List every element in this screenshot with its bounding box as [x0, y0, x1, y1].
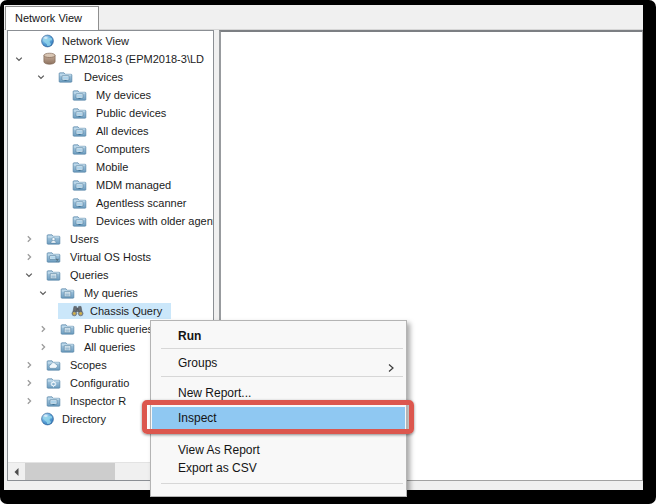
tree-item-label: Computers — [96, 140, 150, 158]
tree-item-virtual-os-hosts[interactable]: Virtual OS Hosts — [8, 248, 213, 266]
tree-item-label: Queries — [70, 266, 109, 284]
tree-item-label: My queries — [84, 284, 138, 302]
tree-item-label: Inspector R — [70, 392, 126, 410]
tree-item-label: All devices — [96, 122, 149, 140]
folder-devices-icon — [72, 178, 87, 192]
tree-item-label: Agentless scanner — [96, 194, 187, 212]
folder-devices-icon — [72, 160, 87, 174]
folder-devices-icon — [46, 394, 61, 408]
tree-item-label: Scopes — [70, 356, 107, 374]
tree-item-label: Devices — [84, 68, 123, 86]
scroll-left-arrow-icon[interactable] — [8, 463, 25, 480]
tree-item-mobile[interactable]: Mobile — [8, 158, 213, 176]
tree-item-my-devices[interactable]: My devices — [8, 86, 213, 104]
annotation-red-box — [142, 400, 414, 434]
submenu-arrow-icon — [388, 358, 394, 368]
chevron-collapsed-icon[interactable] — [24, 360, 34, 370]
menu-separator — [161, 348, 403, 349]
tree-item-label: MDM managed — [96, 176, 171, 194]
tree-item-computers[interactable]: Computers — [8, 140, 213, 158]
tree-item-label: Devices with older agent — [96, 212, 214, 230]
menu-item-label: New Report... — [178, 386, 251, 400]
tree-item-queries[interactable]: Queries — [8, 266, 213, 284]
screenshot-frame: Network View Network ViewEPM2018-3 (EPM2… — [0, 0, 656, 504]
tree-item-label: Directory — [62, 410, 106, 428]
chevron-collapsed-icon[interactable] — [38, 324, 48, 334]
binoculars-icon — [70, 304, 85, 318]
globe-icon — [40, 412, 55, 426]
tree-item-label: Mobile — [96, 158, 128, 176]
menu-item-groups[interactable]: Groups — [152, 352, 405, 374]
menu-item-label: Groups — [178, 356, 217, 370]
tree-item-label: My devices — [96, 86, 151, 104]
folder-query-icon — [46, 268, 61, 282]
tree-item-devices-with-older-agent[interactable]: Devices with older agent — [8, 212, 213, 230]
chevron-collapsed-icon[interactable] — [24, 234, 34, 244]
tree-item-label: Virtual OS Hosts — [70, 248, 151, 266]
tree-item-all-devices[interactable]: All devices — [8, 122, 213, 140]
menu-item-export-as-csv[interactable]: Export as CSV — [152, 457, 405, 479]
tree-item-label: EPM2018-3 (EPM2018-3\LD — [64, 50, 204, 68]
menu-separator — [161, 483, 403, 484]
chevron-collapsed-icon[interactable] — [24, 378, 34, 388]
chevron-expanded-icon[interactable] — [36, 72, 46, 82]
chevron-collapsed-icon[interactable] — [38, 342, 48, 352]
menu-item-label: View As Report — [178, 443, 260, 457]
tree-item-users[interactable]: Users — [8, 230, 213, 248]
tree-item-agentless-scanner[interactable]: Agentless scanner — [8, 194, 213, 212]
tree-item-chassis-query[interactable]: Chassis Query — [8, 302, 213, 320]
tree-item-label: Users — [70, 230, 99, 248]
tab-bar: Network View — [4, 5, 643, 30]
menu-item-label: Run — [178, 329, 201, 343]
folder-query-icon — [60, 322, 75, 336]
folder-devices-icon — [72, 106, 87, 120]
folder-query-icon — [60, 286, 75, 300]
folder-devices-icon — [72, 88, 87, 102]
folder-gear-icon — [46, 376, 61, 390]
tree-item-epm2018-3-epm2018-3-ld[interactable]: EPM2018-3 (EPM2018-3\LD — [8, 50, 213, 68]
folder-users-icon — [46, 232, 61, 246]
tree-item-network-view[interactable]: Network View — [8, 32, 213, 50]
folder-vm-icon — [46, 250, 61, 264]
tree-item-public-devices[interactable]: Public devices — [8, 104, 213, 122]
folder-devices-icon — [58, 70, 73, 84]
chevron-expanded-icon[interactable] — [24, 270, 34, 280]
database-icon — [42, 52, 57, 66]
menu-item-run[interactable]: Run — [152, 325, 405, 347]
folder-devices-icon — [72, 142, 87, 156]
folder-query-icon — [60, 340, 75, 354]
chevron-expanded-icon[interactable] — [14, 54, 24, 64]
tree-item-devices[interactable]: Devices — [8, 68, 213, 86]
chevron-expanded-icon[interactable] — [38, 288, 48, 298]
tree-item-label: Network View — [62, 32, 129, 50]
folder-cloud-icon — [46, 358, 61, 372]
menu-item-label: Export as CSV — [178, 461, 257, 475]
folder-devices-icon — [72, 196, 87, 210]
scrollbar-thumb[interactable] — [25, 463, 115, 480]
tree-item-label: Chassis Query — [90, 302, 162, 320]
menu-separator — [161, 376, 403, 377]
tree-item-mdm-managed[interactable]: MDM managed — [8, 176, 213, 194]
tree-item-label: All queries — [84, 338, 135, 356]
tree-item-my-queries[interactable]: My queries — [8, 284, 213, 302]
folder-devices-icon — [72, 124, 87, 138]
globe-icon — [40, 34, 55, 48]
chevron-collapsed-icon[interactable] — [24, 252, 34, 262]
tree-item-label: Configuratio — [70, 374, 129, 392]
tab-network-view[interactable]: Network View — [5, 6, 99, 30]
tree-item-label: Public devices — [96, 104, 166, 122]
tab-label: Network View — [15, 12, 82, 24]
folder-devices-icon — [72, 214, 87, 228]
chevron-collapsed-icon[interactable] — [24, 396, 34, 406]
tree-item-label: Public queries — [84, 320, 153, 338]
